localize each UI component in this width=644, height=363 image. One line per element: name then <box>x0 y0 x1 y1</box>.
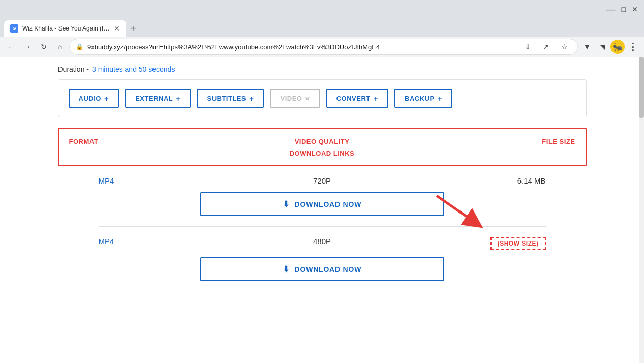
download-480p-label: DOWNLOAD NOW <box>295 265 362 274</box>
new-tab-button[interactable]: + <box>126 20 140 37</box>
tab-bar: G Wiz Khalifa - See You Again (feat ✕ + <box>0 18 644 37</box>
back-button[interactable]: ← <box>4 40 18 54</box>
title-bar-controls: — □ ✕ <box>606 4 640 15</box>
download-arrow-icon-2: ⬇ <box>283 264 290 274</box>
tab-convert-label: CONVERT <box>336 95 371 102</box>
show-size-button[interactable]: (SHOW SIZE) <box>490 237 546 250</box>
duration-row: Duration - 3 minutes and 50 seconds <box>58 57 587 79</box>
title-bar: — □ ✕ <box>0 0 644 18</box>
format-720p: MP4 <box>99 176 248 185</box>
tab-backup[interactable]: BACKUP + <box>394 89 452 108</box>
address-bar[interactable] <box>87 43 516 51</box>
tab-favicon: G <box>10 24 18 33</box>
row-720p-info: MP4 720P 6.14 MB <box>99 176 546 185</box>
tab-backup-icon: + <box>438 94 442 103</box>
window-layout-button[interactable]: ◥ <box>595 40 609 54</box>
scrollbar-thumb[interactable] <box>639 57 644 118</box>
format-480p: MP4 <box>99 237 248 250</box>
download-page-button[interactable]: ⇓ <box>520 40 535 54</box>
tab-convert-icon: + <box>374 94 378 103</box>
table-header: FORMAT VIDEO QUALITY FILE SIZE <box>59 129 586 149</box>
minimize-icon[interactable]: — <box>606 4 616 15</box>
duration-value: 3 minutes and 50 seconds <box>92 65 175 73</box>
size-720p: 6.14 MB <box>396 176 545 185</box>
download-row-480p: MP4 480P (SHOW SIZE) ⬇ DOWNLOAD NOW <box>58 227 587 291</box>
download-table: FORMAT VIDEO QUALITY FILE SIZE DOWNLOAD … <box>58 128 587 166</box>
download-480p-button[interactable]: ⬇ DOWNLOAD NOW <box>200 257 444 281</box>
quality-header: VIDEO QUALITY <box>238 138 407 145</box>
quality-480p: 480P <box>248 237 396 250</box>
download-links-header: DOWNLOAD LINKS <box>238 149 407 157</box>
tab-close-button[interactable]: ✕ <box>114 24 120 33</box>
scrollbar-track[interactable] <box>639 57 644 363</box>
tab-subtitles-label: SUBTITLES <box>207 95 246 102</box>
size-header: FILE SIZE <box>407 138 575 145</box>
forward-button[interactable]: → <box>20 40 35 54</box>
tabs-container: AUDIO + EXTERNAL + SUBTITLES + VIDEO × C… <box>58 79 587 117</box>
active-tab[interactable]: G Wiz Khalifa - See You Again (feat ✕ <box>4 20 126 37</box>
duration-label: Duration - <box>58 65 89 73</box>
download-480p-wrap: ⬇ DOWNLOAD NOW <box>99 257 546 281</box>
tab-video-icon: × <box>305 94 310 103</box>
tab-audio[interactable]: AUDIO + <box>69 89 119 108</box>
download-row-720p: MP4 720P 6.14 MB ⬇ DOWNLOAD NOW <box>58 166 587 226</box>
address-bar-container: 🔒 ⇓ ↗ ☆ <box>69 39 578 55</box>
tab-subtitles-icon: + <box>249 94 254 103</box>
tab-audio-label: AUDIO <box>79 95 101 102</box>
browser-chrome: — □ ✕ G Wiz Khalifa - See You Again (fea… <box>0 0 644 57</box>
tab-video-label: VIDEO <box>280 95 302 102</box>
page-content: Duration - 3 minutes and 50 seconds AUDI… <box>0 57 644 363</box>
quality-720p: 720P <box>248 176 396 185</box>
menu-button[interactable]: ⋮ <box>626 40 640 54</box>
tab-external[interactable]: EXTERNAL + <box>125 89 191 108</box>
row-480p-info: MP4 480P (SHOW SIZE) <box>99 237 546 250</box>
download-720p-wrap: ⬇ DOWNLOAD NOW <box>99 192 546 216</box>
format-header: FORMAT <box>69 138 238 145</box>
reload-button[interactable]: ↻ <box>37 40 51 54</box>
maximize-icon[interactable]: □ <box>622 5 626 13</box>
download-720p-label: DOWNLOAD NOW <box>295 200 362 208</box>
download-links-row: DOWNLOAD LINKS <box>59 149 586 165</box>
tab-audio-icon: + <box>104 94 109 103</box>
home-button[interactable]: ⌂ <box>53 40 67 54</box>
lock-icon: 🔒 <box>76 43 83 50</box>
close-icon[interactable]: ✕ <box>632 5 638 13</box>
tab-external-label: EXTERNAL <box>135 95 173 102</box>
profile-button[interactable]: 🐜 <box>610 40 625 54</box>
extensions-button[interactable]: ▼ <box>580 40 594 54</box>
share-button[interactable]: ↗ <box>539 40 553 54</box>
tab-subtitles[interactable]: SUBTITLES + <box>197 89 264 108</box>
tab-backup-label: BACKUP <box>405 95 435 102</box>
download-arrow-icon: ⬇ <box>283 199 290 209</box>
bookmark-button[interactable]: ☆ <box>557 40 571 54</box>
page-inner: Duration - 3 minutes and 50 seconds AUDI… <box>27 57 617 301</box>
tab-title: Wiz Khalifa - See You Again (feat <box>22 25 110 32</box>
download-720p-button[interactable]: ⬇ DOWNLOAD NOW <box>200 192 444 216</box>
nav-actions: ▼ ◥ 🐜 ⋮ <box>580 40 640 54</box>
tab-video[interactable]: VIDEO × <box>270 89 320 108</box>
size-480p: (SHOW SIZE) <box>396 237 545 250</box>
tab-external-icon: + <box>176 94 180 103</box>
tab-convert[interactable]: CONVERT + <box>326 89 388 108</box>
nav-bar: ← → ↻ ⌂ 🔒 ⇓ ↗ ☆ ▼ ◥ 🐜 ⋮ <box>0 37 644 57</box>
